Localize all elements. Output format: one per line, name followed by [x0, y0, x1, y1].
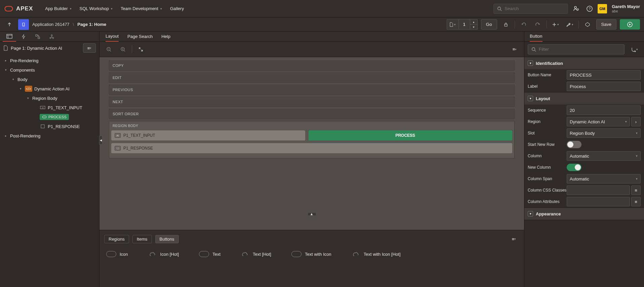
- page-type-dd[interactable]: ▾: [447, 19, 458, 30]
- left-tab-dynamic[interactable]: [17, 32, 30, 42]
- region-goto[interactable]: ›: [631, 117, 641, 126]
- slot-select[interactable]: Region Body▾: [567, 128, 641, 138]
- section-appearance[interactable]: ▾Appearance: [524, 208, 644, 220]
- center-tab-layout[interactable]: Layout: [106, 32, 119, 42]
- tree-region[interactable]: ▾</>Dynamic Action AI: [0, 84, 99, 93]
- menu-app-builder[interactable]: App Builder▾: [45, 6, 71, 11]
- svg-rect-21: [42, 116, 46, 118]
- button-name-input[interactable]: [567, 70, 641, 80]
- utilities-icon[interactable]: ▾: [564, 19, 575, 30]
- save-button[interactable]: Save: [596, 19, 616, 30]
- menu-team-dev[interactable]: Team Development▾: [121, 6, 162, 11]
- zoom-in-icon[interactable]: [118, 44, 128, 55]
- gallery-btn-icon-hot[interactable]: Icon [Hot]: [148, 250, 179, 258]
- slot-sort-order[interactable]: SORT ORDER: [109, 109, 515, 119]
- gallery-tab-regions[interactable]: Regions: [104, 235, 129, 243]
- slot-next[interactable]: NEXT: [109, 97, 515, 107]
- oracle-logo[interactable]: [4, 4, 13, 13]
- col-attr-list[interactable]: ≡: [631, 197, 641, 206]
- svg-line-31: [535, 50, 536, 51]
- create-icon[interactable]: ▾: [550, 19, 561, 30]
- left-tab-processing[interactable]: [31, 32, 44, 42]
- page-selector[interactable]: ▾ ▲▼: [447, 19, 478, 30]
- layout-item-process[interactable]: PROCESS: [309, 130, 513, 140]
- property-mode[interactable]: ▾: [628, 44, 641, 54]
- sequence-input[interactable]: [567, 106, 641, 115]
- menu-sql-workshop[interactable]: SQL Workshop▾: [80, 6, 113, 11]
- run-button[interactable]: [620, 19, 640, 30]
- label-input[interactable]: [567, 82, 641, 91]
- layout-item-response[interactable]: ☐P1_RESPONSE: [111, 143, 512, 153]
- column-select[interactable]: Automatic▾: [567, 151, 641, 161]
- slot-edit[interactable]: EDIT: [109, 73, 515, 83]
- filter-input[interactable]: [539, 47, 621, 52]
- redo-icon[interactable]: [532, 19, 543, 30]
- svg-line-25: [110, 50, 111, 51]
- collapse-left-icon[interactable]: ◀: [99, 136, 103, 145]
- layout-menu[interactable]: ≡▾: [509, 44, 520, 55]
- col-attr-input[interactable]: [567, 197, 630, 206]
- svg-rect-0: [5, 6, 13, 11]
- gallery-btn-text-hot[interactable]: Text [Hot]: [241, 250, 271, 258]
- help-icon[interactable]: ?: [584, 3, 595, 14]
- gallery-btn-text-with-icon[interactable]: Text with Icon: [291, 250, 331, 258]
- lock-icon[interactable]: [500, 19, 511, 30]
- page-number-input[interactable]: [458, 19, 470, 30]
- user-info[interactable]: Gareth Mayor abe: [612, 4, 640, 13]
- svg-point-1: [498, 7, 501, 10]
- admin-icon[interactable]: [571, 3, 581, 14]
- svg-point-30: [532, 47, 535, 50]
- tree-components[interactable]: ▾Components: [0, 65, 99, 75]
- gallery-tab-buttons[interactable]: Buttons: [155, 235, 179, 243]
- new-column-toggle[interactable]: [567, 164, 581, 171]
- tree-pre-rendering[interactable]: ▸Pre-Rendering: [0, 56, 99, 65]
- left-tab-rendering[interactable]: [3, 32, 16, 42]
- tree-body[interactable]: ▾Body: [0, 75, 99, 84]
- zoom-out-icon[interactable]: [104, 44, 114, 55]
- user-avatar[interactable]: GM: [598, 4, 607, 13]
- page-down[interactable]: ▼: [470, 25, 477, 29]
- gallery-btn-icon[interactable]: Icon: [106, 250, 128, 258]
- gallery-btn-text-with-icon-hot[interactable]: Text with Icon [Hot]: [352, 250, 401, 258]
- gallery-tab-items[interactable]: Items: [132, 235, 152, 243]
- column-span-select[interactable]: Automatic▾: [567, 174, 641, 183]
- shared-icon[interactable]: [582, 19, 593, 30]
- app-icon[interactable]: [18, 19, 29, 30]
- tree-item-response[interactable]: P1_RESPONSE: [0, 122, 99, 131]
- go-button[interactable]: Go: [481, 19, 497, 30]
- search-input[interactable]: [505, 6, 564, 11]
- svg-rect-15: [38, 37, 40, 39]
- center-tab-help[interactable]: Help: [161, 32, 170, 42]
- breadcrumb-app[interactable]: Application 261477: [32, 22, 70, 27]
- svg-point-16: [51, 35, 52, 36]
- gallery-btn-text[interactable]: Text: [199, 250, 220, 258]
- col-css-input[interactable]: [567, 186, 630, 195]
- start-new-row-toggle[interactable]: [567, 141, 581, 148]
- expand-icon[interactable]: [135, 44, 146, 55]
- section-identification[interactable]: ▾Identification: [524, 57, 644, 69]
- region-select[interactable]: Dynamic Action AI▾: [567, 117, 630, 126]
- slot-previous[interactable]: PREVIOUS: [109, 85, 515, 95]
- global-search[interactable]: [493, 4, 568, 14]
- tree-item-process[interactable]: PROCESS: [0, 112, 99, 122]
- center-tab-search[interactable]: Page Search: [127, 32, 153, 42]
- up-icon[interactable]: [4, 19, 15, 30]
- layout-item-text-input[interactable]: AIP1_TEXT_INPUT: [111, 130, 305, 140]
- page-up[interactable]: ▲: [470, 19, 477, 25]
- collapse-bottom-icon[interactable]: ◀: [308, 212, 316, 216]
- tree-post-rendering[interactable]: ▸Post-Rendering: [0, 131, 99, 140]
- property-filter[interactable]: [528, 44, 625, 54]
- layout-region-body[interactable]: REGION BODY AIP1_TEXT_INPUT PROCESS ☐P1_…: [109, 121, 515, 158]
- gallery-menu[interactable]: ≡▾: [509, 234, 519, 244]
- left-tab-shared[interactable]: [45, 32, 58, 42]
- menu-gallery[interactable]: Gallery: [170, 6, 184, 11]
- tree-page-title[interactable]: Page 1: Dynamic Action AI: [11, 46, 80, 51]
- tree-item-text-input[interactable]: AIP1_TEXT_INPUT: [0, 103, 99, 112]
- undo-icon[interactable]: [518, 19, 529, 30]
- tree-region-body[interactable]: ▾Region Body: [0, 93, 99, 103]
- col-css-list[interactable]: ≡: [631, 186, 641, 195]
- tree-menu[interactable]: ≡▾: [83, 43, 96, 53]
- right-tab-button[interactable]: Button: [530, 32, 542, 42]
- slot-copy[interactable]: COPY: [109, 60, 515, 71]
- section-layout[interactable]: ▾Layout: [524, 92, 644, 105]
